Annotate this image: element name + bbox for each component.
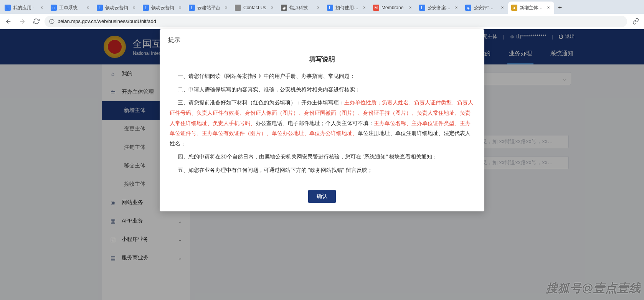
browser-tab[interactable]: □工单系统× <box>48 2 94 14</box>
favicon-icon: L <box>189 5 195 11</box>
modal-p1: 一、请您仔细阅读《网站备案指引》中的用户手册、办事指南、常见问题； <box>170 71 474 81</box>
tab-title: 如何使用H标 <box>335 5 359 11</box>
tab-close-icon[interactable]: × <box>269 5 275 10</box>
favicon-icon: □ <box>51 5 57 11</box>
favicon-icon: ◉ <box>281 5 287 11</box>
modal-p2: 二、申请人需确保填写的内容真实、准确，公安机关将对相关内容进行核实； <box>170 84 474 95</box>
tab-close-icon[interactable]: × <box>85 5 91 10</box>
tab-title: 公安备案流程 <box>428 5 451 11</box>
favicon-icon: L <box>327 5 333 11</box>
modal-p5: 五、如您在业务办理中有任何问题，可通过网站下方的 "政务网站找错" 留言反映； <box>170 165 474 175</box>
forward-button[interactable] <box>17 16 28 27</box>
tab-title: Contact Us <box>243 5 267 10</box>
favicon-icon: ◈ <box>465 5 471 11</box>
tab-close-icon[interactable]: × <box>131 5 137 10</box>
tab-title: 我的应用 - <box>13 5 37 11</box>
tab-title: 领动云营销 <box>105 5 129 11</box>
address-bar[interactable]: beian.mps.gov.cn/web/business/budUnit/ad… <box>45 16 627 27</box>
favicon-icon: L <box>97 5 103 11</box>
tab-close-icon[interactable]: × <box>454 5 459 10</box>
browser-tab[interactable]: L云建站平台× <box>186 2 232 14</box>
browser-tab[interactable]: ·Contact Us× <box>232 2 278 14</box>
tab-title: Membrane <box>381 5 405 10</box>
modal-overlay: 提示 填写说明 一、请您仔细阅读《网站备案指引》中的用户手册、办事指南、常见问题… <box>0 29 644 300</box>
tab-close-icon[interactable]: × <box>408 5 413 10</box>
tab-close-icon[interactable]: × <box>177 5 183 10</box>
modal-dialog: 提示 填写说明 一、请您仔细阅读《网站备案指引》中的用户手册、办事指南、常见问题… <box>160 29 484 211</box>
tab-title: 新增主体 - 全 <box>520 5 543 11</box>
favicon-icon: ● <box>511 5 517 11</box>
tab-title: 领动云营销 <box>151 5 175 11</box>
modal-body: 填写说明 一、请您仔细阅读《网站备案指引》中的用户手册、办事指南、常见问题； 二… <box>160 49 484 186</box>
tab-title: 工单系统 <box>59 5 83 11</box>
modal-footer: 确认 <box>160 186 484 211</box>
tab-close-icon[interactable]: × <box>546 5 551 10</box>
share-button[interactable] <box>630 16 641 27</box>
browser-tab[interactable]: MMembrane× <box>370 2 416 14</box>
browser-tab[interactable]: L公安备案流程× <box>416 2 462 14</box>
url-text: beian.mps.gov.cn/web/business/budUnit/ad… <box>58 18 156 24</box>
site-info-icon <box>49 19 54 24</box>
browser-tab[interactable]: ◉焦点科技× <box>278 2 324 14</box>
tab-title: 公安部"互联 <box>474 5 497 11</box>
browser-tab[interactable]: L领动云营销× <box>140 2 186 14</box>
confirm-button[interactable]: 确认 <box>308 190 336 203</box>
tab-title: 焦点科技 <box>289 5 313 11</box>
back-button[interactable] <box>3 16 14 27</box>
tab-close-icon[interactable]: × <box>362 5 367 10</box>
modal-heading: 填写说明 <box>170 53 474 66</box>
favicon-icon: L <box>419 5 425 11</box>
reload-button[interactable] <box>31 16 41 27</box>
favicon-icon: · <box>235 5 241 11</box>
browser-tab-strip: L我的应用 - ×□工单系统×L领动云营销×L领动云营销×L云建站平台×·Con… <box>0 0 644 14</box>
browser-tab[interactable]: ◈公安部"互联× <box>462 2 508 14</box>
favicon-icon: L <box>5 5 11 11</box>
modal-p3: 三、请您提前准备好如下材料（红色的为必填项）：开办主体填写项：主办单位性质；负责… <box>170 97 474 148</box>
favicon-icon: M <box>373 5 379 11</box>
browser-tab[interactable]: L领动云营销× <box>94 2 140 14</box>
tab-title: 云建站平台 <box>197 5 221 11</box>
tab-close-icon[interactable]: × <box>223 5 229 10</box>
modal-title: 提示 <box>160 29 484 49</box>
browser-toolbar: beian.mps.gov.cn/web/business/budUnit/ad… <box>0 14 644 29</box>
tab-close-icon[interactable]: × <box>500 5 505 10</box>
new-tab-button[interactable]: + <box>554 2 566 14</box>
browser-tab[interactable]: L我的应用 - × <box>2 2 48 14</box>
modal-p4: 四、您的申请将在30个自然日内，由属地公安机关网安民警进行核验，您可在 "系统通… <box>170 152 474 162</box>
tab-close-icon[interactable]: × <box>315 5 321 10</box>
browser-tab[interactable]: ●新增主体 - 全× <box>508 2 554 14</box>
browser-tab[interactable]: L如何使用H标× <box>324 2 370 14</box>
tab-close-icon[interactable]: × <box>39 5 45 10</box>
favicon-icon: L <box>143 5 149 11</box>
